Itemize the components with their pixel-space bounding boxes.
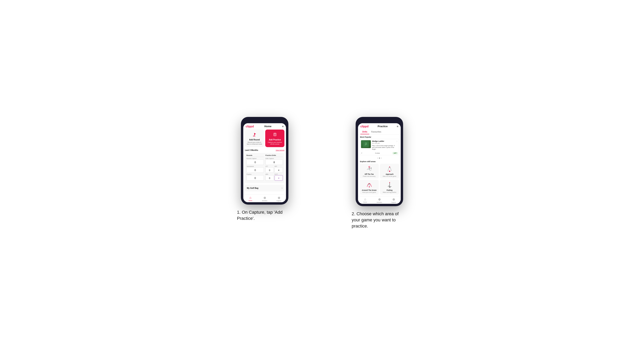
- nav-home[interactable]: ⌂ Home: [243, 196, 258, 201]
- ott-box: 0: [266, 167, 274, 173]
- nav-activities[interactable]: ⊕ Activities: [258, 196, 272, 201]
- skill-title-ott: Off The Tee: [364, 173, 374, 175]
- phone2-nav-title: Practice: [378, 125, 388, 128]
- phone2-navbar: clippd Practice ≡: [358, 123, 401, 130]
- phone-1: clippd Home ≡: [241, 117, 288, 205]
- featured-card[interactable]: Wedge Ladder 50–100 yds Play 1 shot at e…: [360, 139, 399, 155]
- putt-stat: PUTT 4: [274, 173, 283, 181]
- nav2-capture[interactable]: ⊕ Capture: [386, 197, 401, 203]
- nav-capture[interactable]: ⊕ Capture: [272, 196, 286, 201]
- phone1-nav-title: Home: [264, 125, 271, 128]
- phone1-menu-icon[interactable]: ≡: [282, 125, 284, 128]
- svg-point-1: [253, 136, 255, 137]
- stats-section: Rounds Rounds Capture 0 Tournament 0 Pra…: [245, 153, 284, 183]
- most-popular-label: Most Popular: [358, 135, 401, 139]
- ott-label: OTT: [266, 166, 274, 167]
- phone-2: clippd Practice ≡ Drills Favourites Most…: [356, 117, 403, 206]
- skill-off-the-tee[interactable]: Off The Tee Power and accuracy: [360, 164, 379, 178]
- stats-row: Rounds Rounds Capture 0 Tournament 0 Pra…: [246, 155, 283, 181]
- activities-nav-label: Activities: [262, 200, 268, 201]
- home2-nav-label: Home: [363, 201, 367, 203]
- add-practice-card[interactable]: Add Practice Capture your practice off-t…: [265, 130, 284, 147]
- page-wrapper: clippd Home ≡: [213, 117, 431, 229]
- capture-icon: ⊕: [278, 196, 280, 200]
- add-practice-title: Add Practice: [269, 139, 281, 141]
- arg-label: ARG: [266, 173, 274, 175]
- featured-card-subtitle: 50–100 yds: [372, 142, 395, 144]
- featured-card-footer: ⏱ 9 shots APP: [360, 151, 399, 155]
- practice-label: Practice: [246, 173, 264, 175]
- svg-rect-0: [254, 133, 254, 136]
- skill-desc-putting: Make and lag practice: [383, 191, 396, 193]
- nav2-home[interactable]: ⌂ Home: [358, 197, 372, 203]
- activity-header: Last 3 Months View Activity: [245, 149, 284, 151]
- home-nav-label: Home: [248, 200, 252, 201]
- capture2-nav-label: Capture: [391, 202, 396, 203]
- skill-desc-atg: Hone your short game: [362, 191, 376, 193]
- skill-title-approach: Approach: [386, 173, 394, 175]
- skill-approach[interactable]: Approach Dial-in to hit the green: [380, 164, 399, 178]
- tournament-value: 0: [254, 169, 256, 172]
- skill-putting[interactable]: Putting Make and lag practice: [380, 180, 399, 194]
- phone-2-section: clippd Practice ≡ Drills Favourites Most…: [328, 117, 431, 229]
- featured-card-thumb: [361, 140, 371, 148]
- featured-card-desc: Play 1 shot at each target yardage. If y…: [372, 145, 395, 150]
- practice-box: 0: [246, 175, 264, 181]
- phone2-logo: clippd: [360, 125, 368, 128]
- dot-2: [379, 158, 380, 159]
- phone-1-screen: clippd Home ≡: [243, 123, 286, 202]
- add-round-icon: [252, 132, 258, 138]
- dot-1: [377, 158, 378, 159]
- app-badge: APP: [392, 152, 398, 154]
- clock-icon: ⏱: [361, 153, 362, 154]
- svg-point-3: [274, 134, 275, 134]
- golf-bag-label: My Golf Bag: [247, 187, 258, 189]
- nav2-activities[interactable]: ⊕ Activities: [372, 197, 386, 203]
- skill-grid: Off The Tee Power and accuracy: [358, 164, 401, 196]
- putt-label: PUTT: [274, 173, 283, 175]
- ott-value: 0: [269, 169, 270, 172]
- sub-stats-row2: ARG 0 PUTT 4: [266, 173, 283, 181]
- phone1-navbar: clippd Home ≡: [243, 123, 286, 130]
- rounds-capture-box: 0: [246, 159, 264, 165]
- app-stat: APP 4: [274, 166, 283, 173]
- practice-drills-col: Practice Drills Drills Capture 8 OTT: [266, 155, 283, 181]
- svg-point-10: [389, 171, 390, 172]
- ott-stat: OTT 0: [266, 166, 274, 173]
- featured-card-info: Wedge Ladder 50–100 yds Play 1 shot at e…: [372, 140, 395, 150]
- off-the-tee-icon: [365, 165, 373, 173]
- rounds-capture-label: Rounds Capture: [246, 158, 264, 159]
- add-round-card[interactable]: Add Round Record your shots in fast or e…: [245, 130, 264, 147]
- phone1-logo: clippd: [246, 125, 254, 128]
- featured-card-title: Wedge Ladder: [372, 140, 395, 142]
- tournament-box: 0: [246, 167, 264, 173]
- skill-around-green[interactable]: Around The Green Hone your short game: [360, 180, 379, 194]
- drills-capture-box: 8: [266, 159, 283, 165]
- around-green-icon: [365, 181, 373, 188]
- capture2-icon: ⊕: [392, 197, 395, 201]
- phone-1-notch: [259, 119, 270, 122]
- phone2-menu-icon[interactable]: ≡: [397, 125, 398, 128]
- home-content: Add Round Record your shots in fast or e…: [243, 130, 286, 195]
- capture-nav-label: Capture: [276, 200, 282, 201]
- action-cards-row: Add Round Record your shots in fast or e…: [245, 130, 284, 147]
- drills-capture-value: 8: [273, 161, 275, 164]
- arg-box: 0: [266, 175, 274, 181]
- svg-point-12: [369, 186, 370, 187]
- rounds-col-title: Rounds: [246, 155, 264, 157]
- rounds-col: Rounds Rounds Capture 0 Tournament 0 Pra…: [246, 155, 264, 181]
- putting-icon: [386, 181, 394, 188]
- arg-value: 0: [269, 177, 270, 179]
- putt-box: 4: [274, 175, 283, 181]
- golf-bag-row[interactable]: My Golf Bag ›: [245, 185, 284, 191]
- add-practice-icon: [272, 132, 278, 138]
- tab-drills[interactable]: Drills: [360, 130, 369, 134]
- star-icon[interactable]: ☆: [396, 140, 398, 150]
- sub-stats-row1: OTT 0 APP 4: [266, 166, 283, 173]
- tab-favourites[interactable]: Favourites: [369, 130, 383, 134]
- tabs-row: Drills Favourites: [358, 130, 401, 135]
- svg-point-11: [389, 167, 390, 167]
- dot-3: [381, 158, 382, 159]
- view-activity-link[interactable]: View Activity: [276, 149, 284, 151]
- putt-value: 4: [278, 177, 279, 179]
